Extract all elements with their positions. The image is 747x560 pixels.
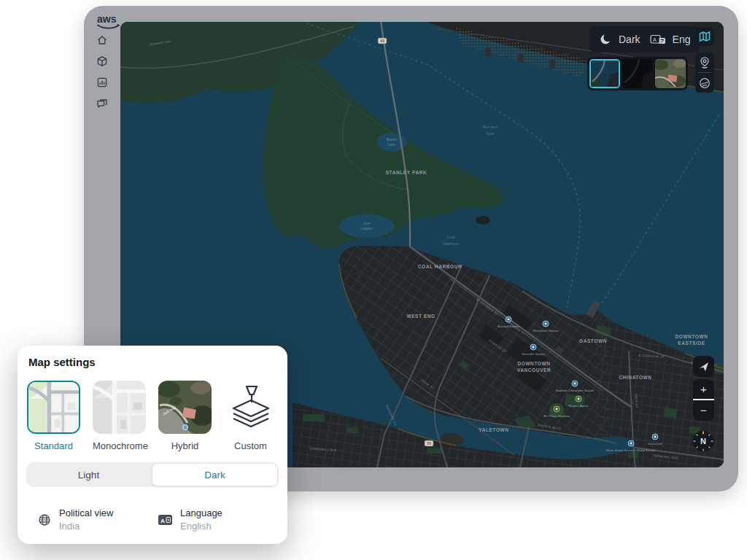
custom-layers-icon (224, 381, 277, 434)
color-scheme-toggle: Light Dark (26, 462, 279, 487)
light-option[interactable]: Light (26, 462, 151, 487)
svg-text:DOWNTOWN: DOWNTOWN (675, 334, 708, 339)
language-value: English (180, 521, 222, 532)
style-label-custom: Custom (224, 440, 277, 451)
language-translate-icon: A (158, 515, 172, 525)
svg-text:Stadium-Chinatown Station: Stadium-Chinatown Station (555, 389, 595, 392)
monochrome-thumbnail (93, 381, 146, 434)
standard-thumbnail (27, 381, 80, 434)
svg-text:BC Place Stadium: BC Place Stadium (543, 414, 570, 418)
svg-text:A: A (653, 37, 657, 42)
svg-text:Inlet: Inlet (486, 131, 495, 136)
locate-arrow-button[interactable] (693, 356, 714, 377)
svg-text:MAIN ST: MAIN ST (634, 394, 638, 408)
svg-text:VANCOUVER: VANCOUVER (517, 368, 551, 373)
map-tools-pill (695, 52, 714, 93)
home-icon[interactable] (96, 34, 108, 46)
analytics-icon[interactable] (96, 77, 108, 88)
svg-text:99: 99 (380, 39, 384, 43)
language-label: Language (180, 508, 222, 518)
svg-text:Coal: Coal (446, 235, 455, 239)
svg-text:Waterfront Station: Waterfront Station (533, 329, 559, 332)
svg-text:Lake: Lake (388, 143, 395, 147)
svg-text:Granville Station: Granville Station (522, 352, 546, 356)
style-option-hybrid[interactable]: AVE NW Hybrid (158, 381, 212, 451)
zoom-in-button[interactable]: + (693, 379, 714, 399)
hybrid-thumbnail: AVE NW (158, 381, 212, 434)
globe-icon (38, 513, 51, 526)
language-setting[interactable]: A Language English (158, 508, 222, 532)
map-style-thumbnails (587, 57, 688, 90)
svg-text:DOWNTOWN: DOWNTOWN (517, 361, 550, 366)
svg-text:Rogers Arena: Rogers Arena (569, 404, 589, 408)
dark-option[interactable]: Dark (152, 463, 278, 486)
svg-text:A: A (160, 517, 165, 524)
svg-text:Vancouver: Vancouver (648, 442, 663, 446)
moon-icon (599, 33, 612, 46)
theme-toggle[interactable]: Dark (619, 34, 640, 45)
geofence-pin-icon[interactable] (695, 52, 714, 72)
svg-text:Lagoon: Lagoon (361, 227, 373, 230)
svg-text:Burrard: Burrard (483, 125, 498, 129)
compass-control[interactable]: N (689, 427, 718, 456)
svg-text:GASTOWN: GASTOWN (579, 338, 607, 343)
style-option-monochrome[interactable]: Monochrome (93, 381, 146, 451)
map-topbar: Dark A Eng (589, 26, 700, 52)
aws-logo-text: aws (97, 13, 117, 25)
svg-text:EASTSIDE: EASTSIDE (678, 341, 705, 346)
routes-layers-icon[interactable] (695, 73, 714, 93)
thumbnail-black-style[interactable] (622, 59, 653, 88)
political-view-setting[interactable]: Political view India (38, 508, 113, 532)
thumbnail-dark-style[interactable] (589, 59, 620, 88)
zoom-out-button[interactable]: − (693, 400, 714, 420)
feedback-icon[interactable] (96, 98, 108, 109)
political-view-value: India (59, 521, 113, 532)
style-option-standard[interactable]: Standard (27, 381, 80, 451)
aws-logo: aws (96, 13, 122, 32)
svg-text:COAL HARBOUR: COAL HARBOUR (418, 264, 462, 269)
svg-text:Beaver: Beaver (387, 138, 398, 141)
svg-text:STANLEY PARK: STANLEY PARK (386, 170, 427, 175)
style-option-custom[interactable]: Custom (224, 381, 277, 451)
style-label-monochrome: Monochrome (93, 440, 146, 451)
svg-text:CHINATOWN: CHINATOWN (619, 375, 651, 380)
map-style-options: Standard Monochrome (27, 381, 277, 451)
zoom-controls: + − (693, 379, 714, 421)
map-settings-panel: Map settings Standard (18, 346, 287, 544)
svg-text:Lost: Lost (364, 222, 371, 225)
translate-icon: A (650, 34, 666, 45)
svg-text:Burrard Station: Burrard Station (498, 324, 519, 328)
compass-north-label: N (700, 437, 706, 446)
thumbnail-satellite-style[interactable] (655, 59, 686, 88)
panel-title: Map settings (28, 356, 96, 368)
svg-text:99: 99 (427, 441, 431, 446)
svg-text:Harbour: Harbour (443, 241, 459, 246)
sidebar (84, 34, 120, 109)
style-label-hybrid: Hybrid (158, 440, 212, 451)
svg-text:YALETOWN: YALETOWN (479, 427, 508, 432)
map-style-button[interactable] (695, 27, 714, 46)
svg-text:WEST END: WEST END (406, 314, 435, 319)
svg-text:Main Street-Science World Stat: Main Street-Science World Station (606, 448, 656, 452)
language-toggle[interactable]: Eng (673, 34, 691, 45)
political-view-label: Political view (59, 508, 113, 518)
style-label-standard: Standard (27, 440, 80, 451)
package-icon[interactable] (96, 55, 108, 67)
